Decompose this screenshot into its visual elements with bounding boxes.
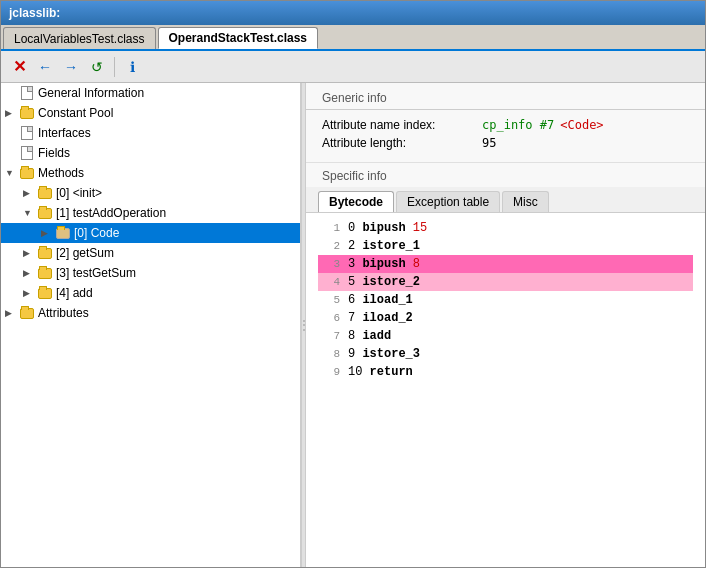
right-tabs-bar: Bytecode Exception table Misc [306, 187, 705, 213]
bytecode-content: 3 bipush 8 [348, 257, 420, 271]
attribute-name-value: cp_info #7 [482, 118, 554, 132]
bytecode-argument: 15 [406, 221, 428, 235]
expand-attributes [5, 308, 19, 318]
bytecode-content: 0 bipush 15 [348, 221, 427, 235]
bytecode-offset: 10 [348, 365, 370, 379]
folder-icon-testaddoperation [37, 205, 53, 221]
tree-item-add[interactable]: [4] add [1, 283, 300, 303]
tree-label-constpool: Constant Pool [38, 106, 113, 120]
tree-item-fields[interactable]: Fields [1, 143, 300, 163]
folder-icon-attributes [19, 305, 35, 321]
bytecode-line-number: 5 [320, 294, 340, 306]
bytecode-line-number: 8 [320, 348, 340, 360]
bytecode-offset: 6 [348, 293, 362, 307]
tree-item-constpool[interactable]: Constant Pool [1, 103, 300, 123]
attribute-length-row: Attribute length: 95 [322, 136, 689, 150]
tree-item-attributes[interactable]: Attributes [1, 303, 300, 323]
bytecode-row: 67 iload_2 [318, 309, 693, 327]
expand-testgetsum [23, 268, 37, 278]
bytecode-instruction: istore_1 [362, 239, 420, 253]
bytecode-instruction: iload_1 [362, 293, 412, 307]
left-panel-tree: General Information Constant Pool Interf… [1, 83, 301, 567]
bytecode-content: 8 iadd [348, 329, 391, 343]
expand-testaddoperation [23, 208, 37, 218]
folder-icon-constpool [19, 105, 35, 121]
bytecode-line-number: 2 [320, 240, 340, 252]
tab-local-variables[interactable]: LocalVariablesTest.class [3, 27, 156, 49]
tree-item-init[interactable]: [0] <init> [1, 183, 300, 203]
tree-label-general: General Information [38, 86, 144, 100]
folder-icon-getsum [37, 245, 53, 261]
bytecode-row: 22 istore_1 [318, 237, 693, 255]
bytecode-instruction: iadd [362, 329, 391, 343]
doc-icon-interfaces [19, 125, 35, 141]
folder-icon-testgetsum [37, 265, 53, 281]
bytecode-offset: 7 [348, 311, 362, 325]
tree-item-testaddoperation[interactable]: [1] testAddOperation [1, 203, 300, 223]
doc-icon-general [19, 85, 35, 101]
tree-label-testaddoperation: [1] testAddOperation [56, 206, 166, 220]
forward-button[interactable]: → [59, 55, 83, 79]
bytecode-instruction: bipush [362, 257, 405, 271]
back-button[interactable]: ← [33, 55, 57, 79]
bytecode-line-number: 7 [320, 330, 340, 342]
bytecode-offset: 2 [348, 239, 362, 253]
tree-item-interfaces[interactable]: Interfaces [1, 123, 300, 143]
toolbar-separator [114, 57, 115, 77]
tree-label-code: [0] Code [74, 226, 119, 240]
tree-label-getsum: [2] getSum [56, 246, 114, 260]
bytecode-row: 56 iload_1 [318, 291, 693, 309]
folder-icon-add [37, 285, 53, 301]
bytecode-content: 2 istore_1 [348, 239, 420, 253]
tree-label-attributes: Attributes [38, 306, 89, 320]
folder-icon-methods [19, 165, 35, 181]
bytecode-instruction: bipush [362, 221, 405, 235]
expand-code [41, 228, 55, 238]
attribute-name-extra: <Code> [560, 118, 603, 132]
tab-misc[interactable]: Misc [502, 191, 549, 212]
close-button[interactable]: ✕ [7, 55, 31, 79]
attribute-length-label: Attribute length: [322, 136, 482, 150]
bytecode-content: 9 istore_3 [348, 347, 420, 361]
specific-info-label: Specific info [306, 163, 705, 187]
info-button[interactable]: ℹ [120, 55, 144, 79]
tree-item-methods[interactable]: Methods [1, 163, 300, 183]
tree-label-interfaces: Interfaces [38, 126, 91, 140]
tree-item-getsum[interactable]: [2] getSum [1, 243, 300, 263]
bytecode-instruction: istore_3 [362, 347, 420, 361]
bytecode-content: 5 istore_2 [348, 275, 420, 289]
attribute-length-value: 95 [482, 136, 496, 150]
bytecode-offset: 0 [348, 221, 362, 235]
panel-splitter[interactable] [301, 83, 306, 567]
bytecode-line-number: 1 [320, 222, 340, 234]
folder-icon-code [55, 225, 71, 241]
bytecode-row: 45 istore_2 [318, 273, 693, 291]
expand-init [23, 188, 37, 198]
bytecode-offset: 3 [348, 257, 362, 271]
tree-item-testgetsum[interactable]: [3] testGetSum [1, 263, 300, 283]
bytecode-line-number: 9 [320, 366, 340, 378]
tab-exception-table[interactable]: Exception table [396, 191, 500, 212]
bytecode-instruction: return [370, 365, 413, 379]
tree-label-fields: Fields [38, 146, 70, 160]
expand-add [23, 288, 37, 298]
attribute-name-row: Attribute name index: cp_info #7 <Code> [322, 118, 689, 132]
tree-item-general[interactable]: General Information [1, 83, 300, 103]
main-window: jclasslib: LocalVariablesTest.class Oper… [0, 0, 706, 568]
tabs-bar: LocalVariablesTest.class OperandStackTes… [1, 25, 705, 51]
tree-label-methods: Methods [38, 166, 84, 180]
bytecode-instruction: istore_2 [362, 275, 420, 289]
app-title: jclasslib: [9, 6, 60, 20]
tree-label-add: [4] add [56, 286, 93, 300]
bytecode-area: 10 bipush 1522 istore_133 bipush 845 ist… [306, 213, 705, 567]
bytecode-offset: 8 [348, 329, 362, 343]
tab-bytecode[interactable]: Bytecode [318, 191, 394, 212]
tab-operand-stack[interactable]: OperandStackTest.class [158, 27, 319, 49]
bytecode-offset: 5 [348, 275, 362, 289]
tree-item-code[interactable]: [0] Code [1, 223, 300, 243]
right-panel: Generic info Attribute name index: cp_in… [306, 83, 705, 567]
refresh-button[interactable]: ↺ [85, 55, 109, 79]
tree-label-init: [0] <init> [56, 186, 102, 200]
doc-icon-fields [19, 145, 35, 161]
expand-constpool [5, 108, 19, 118]
